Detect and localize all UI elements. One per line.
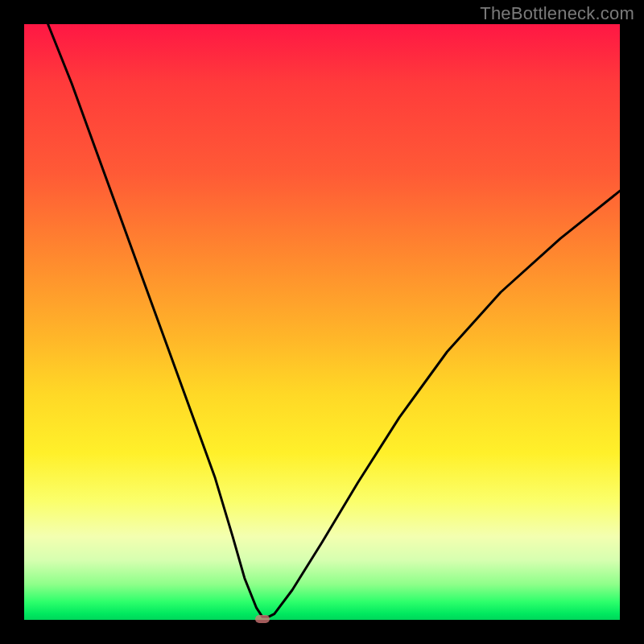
chart-frame xyxy=(24,24,620,620)
watermark-text: TheBottleneck.com xyxy=(480,3,634,24)
bottleneck-curve xyxy=(24,24,620,620)
optimal-point-marker xyxy=(255,615,270,623)
curve-path xyxy=(48,24,620,617)
